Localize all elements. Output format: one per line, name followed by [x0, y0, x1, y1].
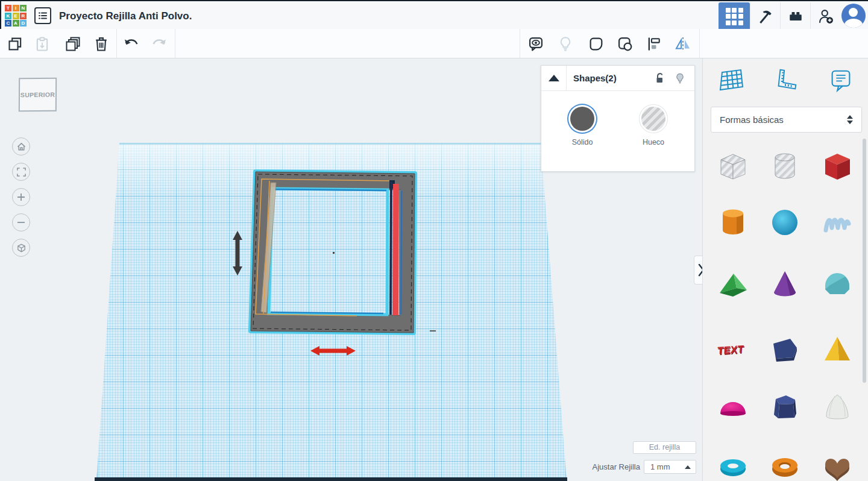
edit-grid-button[interactable]: Ed. rejilla — [633, 441, 696, 454]
workplane-tool-icon[interactable] — [716, 66, 746, 96]
shape-hexagonal-prism[interactable] — [768, 391, 802, 424]
fit-view-button[interactable] — [12, 163, 30, 181]
collapse-triangle-icon — [549, 75, 559, 81]
duplicate-icon[interactable] — [64, 36, 81, 52]
panel-title: Shapes(2) — [567, 73, 654, 83]
logo-tile: D — [20, 20, 27, 27]
visibility-bulb-icon-disabled[interactable] — [557, 36, 574, 52]
copy-icon[interactable] — [7, 36, 24, 52]
shape-tube[interactable] — [768, 451, 802, 481]
edit-toolbar: Importar Exportar Enviar a — [0, 29, 868, 58]
shape-sphere[interactable] — [768, 206, 802, 239]
avatar-head — [849, 8, 858, 17]
snap-grid-label: Ajustar Rejilla — [542, 462, 640, 471]
selection-outline-inner — [269, 189, 388, 315]
visibility-bulb-icon[interactable] — [674, 72, 686, 84]
unlocked-padlock-icon[interactable] — [654, 72, 666, 84]
window-edge — [0, 1, 1, 30]
shape-scribble[interactable] — [820, 206, 854, 239]
zoom-in-button[interactable] — [12, 188, 30, 206]
shape-torus[interactable] — [716, 451, 750, 481]
app-header: T I N K E R C A D Proyecto Rejilla Anti … — [0, 0, 868, 29]
logo-tile: R — [20, 13, 27, 19]
dashboard-grid-icon[interactable] — [719, 2, 750, 30]
hole-swatch — [641, 107, 665, 131]
viewcube[interactable]: SUPERIOR — [19, 78, 57, 112]
zoom-out-button[interactable] — [12, 213, 30, 231]
shape-round-roof[interactable] — [820, 267, 854, 301]
shape-half-sphere[interactable] — [716, 391, 750, 424]
panel-collapse-button[interactable] — [541, 66, 567, 91]
page-title: Proyecto Rejilla Anti Polvo. — [59, 1, 192, 30]
solid-label: Sólido — [572, 138, 593, 146]
shape-hollow-box[interactable] — [716, 149, 750, 183]
menu-list-icon[interactable] — [34, 7, 51, 24]
ruler-tool-icon[interactable] — [771, 66, 801, 96]
shape-pyramid[interactable] — [820, 333, 854, 366]
logo-tile: C — [5, 20, 11, 27]
shape-roof[interactable] — [716, 267, 750, 301]
center-dot — [333, 252, 335, 254]
hole-label: Hueco — [643, 138, 664, 146]
blue-line — [401, 190, 401, 315]
shape-paraboloid[interactable] — [820, 391, 854, 424]
material-option-solid[interactable]: Sólido — [563, 107, 602, 146]
shape-category-dropdown[interactable]: Formas básicas — [711, 107, 862, 133]
perspective-toggle-button[interactable] — [12, 239, 30, 257]
undo-icon[interactable] — [123, 36, 140, 52]
navy-bar — [389, 181, 392, 315]
shapes-sidebar: Formas básicas — [702, 58, 868, 481]
toolbar-separator — [175, 29, 175, 58]
align-icon[interactable] — [646, 36, 662, 52]
shape-inspector-panel: Shapes(2) Sólido Hueco — [541, 65, 695, 172]
dropdown-spinner-icon — [847, 115, 853, 124]
toolbar-separator — [699, 29, 700, 58]
add-person-icon[interactable] — [810, 2, 840, 30]
category-label: Formas básicas — [720, 115, 847, 125]
logo-tile: A — [13, 20, 19, 27]
paste-icon-disabled[interactable] — [34, 36, 51, 52]
svg-text:TEXT: TEXT — [717, 344, 744, 357]
snap-grid-value: 1 mm — [650, 462, 670, 471]
logo-tile: I — [13, 5, 19, 11]
view-nav-column — [12, 137, 30, 257]
workplane-edge — [95, 477, 567, 481]
lego-brick-icon[interactable] — [780, 2, 810, 30]
solid-swatch — [570, 107, 594, 131]
shape-polygon[interactable] — [768, 333, 802, 366]
selected-object-frame[interactable] — [217, 154, 446, 371]
shape-cylinder[interactable] — [716, 206, 750, 239]
move-vertical-handle[interactable] — [233, 231, 242, 275]
orange-outline — [256, 179, 391, 316]
ungroup-icon[interactable] — [617, 36, 634, 52]
logo-tile: E — [13, 13, 19, 19]
toolbar-separator — [520, 29, 520, 58]
tinkercad-logo[interactable]: T I N K E R C A D — [5, 5, 27, 27]
delete-icon[interactable] — [93, 36, 110, 52]
show-all-icon[interactable] — [527, 36, 544, 52]
shape-cone[interactable] — [768, 267, 802, 301]
red-bar[interactable] — [392, 184, 399, 315]
logo-tile: T — [5, 5, 11, 11]
user-avatar[interactable] — [841, 4, 866, 28]
minecraft-pickaxe-icon[interactable] — [750, 2, 780, 30]
shape-text[interactable]: TEXT TEXT — [716, 333, 750, 366]
redo-icon-disabled[interactable] — [151, 36, 168, 52]
scale-horizontal-handle[interactable] — [310, 346, 356, 356]
shape-heart[interactable] — [820, 451, 854, 481]
notes-tool-icon[interactable] — [826, 66, 856, 96]
group-icon[interactable] — [588, 36, 605, 52]
shape-hollow-cylinder[interactable] — [768, 149, 802, 183]
home-view-button[interactable] — [12, 137, 30, 156]
dropdown-arrow-icon — [685, 465, 691, 469]
shape-box[interactable] — [820, 149, 854, 183]
mirror-icon[interactable] — [675, 36, 691, 52]
material-option-hole[interactable]: Hueco — [634, 107, 673, 146]
toolbar-separator — [116, 29, 117, 58]
logo-tile: N — [20, 5, 27, 11]
snap-grid-dropdown[interactable]: 1 mm — [644, 460, 696, 474]
avatar-body — [844, 19, 863, 28]
logo-tile: K — [5, 13, 11, 19]
sidebar-scrollbar[interactable] — [863, 139, 866, 383]
sidebar-collapse-tab[interactable] — [694, 256, 702, 285]
